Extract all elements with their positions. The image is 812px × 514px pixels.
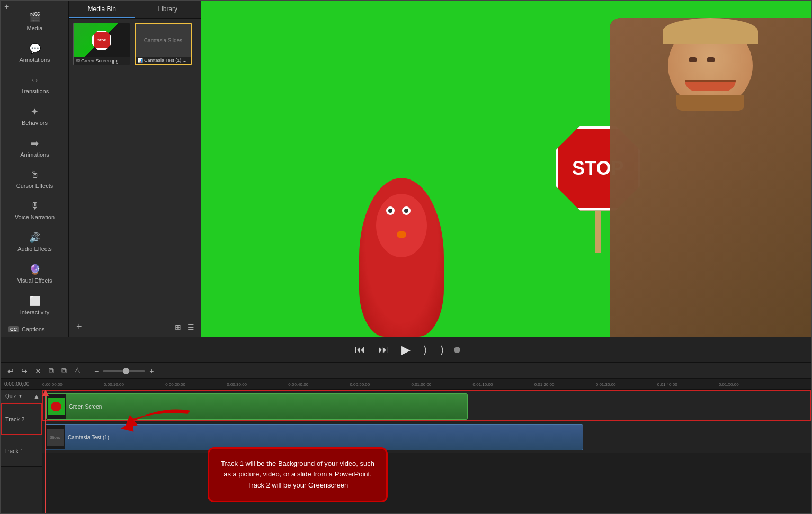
thumb-green-screen-bg: STOP (74, 23, 130, 57)
jack-eye-right (707, 57, 715, 62)
sidebar-item-cursor-effects[interactable]: 🖱 Cursor Effects (3, 164, 66, 194)
ruler-mark-10: 0:01:40;00 (657, 382, 677, 387)
zoom-out-button[interactable]: − (92, 366, 101, 376)
ppt-file-icon: 📊 (138, 58, 143, 63)
add-media-button[interactable]: + (73, 320, 85, 333)
sidebar-item-label: Behaviors (22, 120, 48, 126)
step-forward-button[interactable]: ⟩ (420, 341, 431, 358)
jack-eyes (689, 57, 715, 62)
preview-bg: STOP (201, 1, 811, 337)
cursor-effects-icon: 🖱 (30, 169, 40, 181)
zoom-slider[interactable] (103, 370, 145, 372)
sidebar-item-label: Voice Narration (15, 214, 55, 220)
media-thumb-green-screen[interactable]: STOP 🖼 Green Screen.jpg (73, 23, 130, 65)
zoom-control: − + (92, 366, 156, 376)
stop-sign-mini: STOP (92, 31, 111, 50)
elmo-eye-right (402, 206, 411, 215)
forward-button[interactable]: ⟩ (437, 341, 448, 358)
thumb-label-camtasia-test: 📊 Camtasia Test (1).... (136, 57, 191, 64)
visual-effects-icon: 🔮 (29, 264, 41, 275)
view-buttons: ⊞ ☰ (173, 322, 197, 332)
sidebar-item-label: Animations (20, 151, 49, 158)
ruler-mark-6: 0:01:00;00 (411, 382, 431, 387)
sidebar-item-captions[interactable]: CC Captions (3, 322, 66, 337)
paste-clip-button[interactable]: ⧉ (59, 365, 69, 376)
sidebar-item-behaviors[interactable]: ✦ Behaviors (3, 101, 66, 131)
sidebar: 🎬 Media 💬 Annotations ↔ Transitions ✦ Be… (1, 1, 69, 337)
annotations-icon: 💬 (29, 43, 41, 55)
jack-beard (676, 95, 744, 111)
undo-button[interactable]: ↩ (5, 366, 16, 376)
media-thumb-camtasia-test[interactable]: Camtasia Slides 📊 Camtasia Test (1).... (135, 23, 192, 65)
timeline-ruler: 0:00:00;00 0:00:10;00 0:00:20;00 0:00:30… (42, 379, 811, 390)
jack-hair (663, 18, 758, 44)
copy-clip-button[interactable]: ⧉ (47, 365, 56, 376)
sidebar-item-label: Annotations (19, 57, 50, 63)
media-panel: Media Bin Library STOP (69, 1, 201, 337)
step-back-button[interactable]: ⏭ (375, 341, 392, 358)
ruler-mark-7: 0:01:10;00 (473, 382, 493, 387)
tab-library[interactable]: Library (135, 1, 201, 18)
timeline-area: ↩ ↪ ✕ ⧉ ⧉ ⧊ − + 0:00:00;00 + (1, 362, 811, 513)
elmo-eyes (386, 206, 411, 215)
track-timeline: 0:00:00;00 0:00:10;00 0:00:20;00 0:00:30… (42, 379, 811, 513)
split-button[interactable]: ⧊ (72, 365, 83, 376)
sidebar-item-label: Media (27, 25, 43, 31)
sidebar-item-voice-narration[interactable]: 🎙 Voice Narration (3, 195, 66, 226)
transport-bar: ⏮ ⏭ ▶ ⟩ ⟩ (1, 337, 811, 362)
ruler-mark-3: 0:00:30;00 (227, 382, 247, 387)
sidebar-item-annotations[interactable]: 💬 Annotations (3, 38, 66, 68)
track-2-clip-label: Green Screen (66, 404, 105, 410)
thumb-img-camtasia-test: Camtasia Slides (136, 24, 191, 57)
audio-effects-icon: 🔊 (29, 232, 41, 244)
voice-narration-icon: 🎙 (30, 201, 40, 212)
timeline-toolbar: ↩ ↪ ✕ ⧉ ⧉ ⧊ − + (1, 363, 811, 379)
grid-view-button[interactable]: ⊞ (173, 322, 183, 332)
zoom-thumb (123, 368, 129, 374)
list-view-button[interactable]: ☰ (185, 322, 197, 332)
jack-character (610, 18, 811, 337)
behaviors-icon: ✦ (31, 106, 39, 118)
playhead[interactable] (45, 390, 46, 513)
play-button[interactable]: ▶ (398, 341, 414, 359)
elmo-body (359, 178, 444, 337)
track-label-controls: + Quiz ▼ ▲ (1, 390, 42, 403)
quiz-chevron-icon: ▼ (19, 394, 23, 399)
ruler-mark-4: 0:00:40;00 (288, 382, 308, 387)
ruler-marks-container: 0:00:00;00 0:00:10;00 0:00:20;00 0:00:30… (42, 379, 811, 389)
elmo-nose (397, 231, 406, 238)
sidebar-item-interactivity[interactable]: ⬜ Interactivity (3, 290, 66, 321)
ruler-mark-0: 0:00:00;00 (42, 382, 63, 387)
track-1-clip-label: Camtasia Test (1) (65, 435, 112, 440)
media-bottom: + ⊞ ☰ (69, 317, 201, 337)
sidebar-item-animations[interactable]: ➡ Animations (3, 132, 66, 163)
cc-badge: CC (8, 326, 19, 332)
redo-button[interactable]: ↪ (19, 366, 30, 376)
elmo-eye-left (386, 206, 395, 215)
ruler-mark-9: 0:01:30;00 (596, 382, 616, 387)
sidebar-item-audio-effects[interactable]: 🔊 Audio Effects (3, 227, 66, 257)
sidebar-item-label: Visual Effects (17, 277, 52, 284)
sidebar-item-visual-effects[interactable]: 🔮 Visual Effects (3, 258, 66, 289)
collapse-tracks-button[interactable]: ▲ (33, 393, 40, 400)
ruler-mark-11: 0:01:50;00 (719, 382, 739, 387)
thumb-label-green-screen: 🖼 Green Screen.jpg (74, 57, 130, 65)
sidebar-item-label: Audio Effects (17, 246, 52, 252)
callout-arrow-svg (107, 402, 213, 439)
tab-media-bin[interactable]: Media Bin (69, 1, 135, 18)
clip-gs-thumbnail (48, 398, 65, 415)
delete-button[interactable]: ✕ (33, 366, 43, 376)
animations-icon: ➡ (31, 138, 39, 149)
elmo-pupil-right (404, 209, 408, 213)
sidebar-item-transitions[interactable]: ↔ Transitions (3, 69, 66, 100)
track-labels: 0:00:00;00 + Quiz ▼ ▲ Track 2 Track 1 (1, 379, 42, 513)
preview-area: STOP (201, 1, 811, 337)
zoom-in-button[interactable]: + (147, 366, 156, 376)
rewind-button[interactable]: ⏮ (352, 341, 369, 358)
sidebar-item-media[interactable]: 🎬 Media (3, 6, 66, 37)
time-display: 0:00:00;00 (1, 379, 42, 390)
sidebar-item-label: Captions (22, 326, 44, 332)
main-area: 🎬 Media 💬 Annotations ↔ Transitions ✦ Be… (1, 1, 811, 337)
track-2-label: Track 2 (1, 403, 42, 435)
record-button[interactable] (454, 347, 460, 353)
